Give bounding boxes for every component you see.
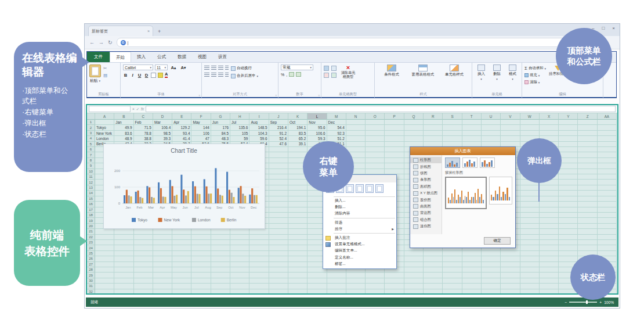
cell[interactable] xyxy=(269,229,288,234)
chart-type-item-4[interactable]: 条形图 xyxy=(410,177,442,183)
dialog-launcher-icon[interactable]: ▿ xyxy=(275,94,277,97)
cell[interactable] xyxy=(191,284,211,289)
cell[interactable] xyxy=(482,125,501,130)
cell[interactable] xyxy=(269,245,288,250)
cell[interactable]: 95.6 xyxy=(307,125,327,130)
cell[interactable] xyxy=(269,207,288,213)
cell[interactable] xyxy=(269,224,288,229)
cell[interactable] xyxy=(191,256,211,261)
cell[interactable] xyxy=(288,240,307,245)
cell[interactable] xyxy=(95,229,114,234)
format-cells-button[interactable]: 格式 ▾ xyxy=(506,64,519,81)
cell[interactable] xyxy=(153,251,172,256)
cell[interactable] xyxy=(172,267,191,273)
cell[interactable]: 92.3 xyxy=(327,131,346,136)
cell[interactable]: 78.8 xyxy=(134,131,153,136)
cell[interactable] xyxy=(559,185,578,191)
cell[interactable] xyxy=(404,256,424,261)
cell[interactable] xyxy=(191,251,211,256)
cell[interactable] xyxy=(443,278,462,284)
cell[interactable] xyxy=(443,267,462,273)
cell[interactable]: 48.3 xyxy=(211,136,230,141)
font-color-icon[interactable]: A xyxy=(165,72,168,78)
column-header-S[interactable]: S xyxy=(443,113,462,120)
chart-type-item-6[interactable]: X Y 散点图 xyxy=(410,190,442,196)
cell[interactable]: 106.6 xyxy=(307,131,327,136)
cell[interactable] xyxy=(230,256,249,261)
cell[interactable] xyxy=(424,131,443,136)
column-header-G[interactable]: G xyxy=(211,113,230,120)
column-header-P[interactable]: P xyxy=(385,113,404,120)
row-header-17[interactable]: 17 xyxy=(87,207,95,213)
cell[interactable] xyxy=(578,202,597,207)
cell[interactable] xyxy=(443,256,462,261)
cell[interactable] xyxy=(114,284,133,289)
cell[interactable] xyxy=(443,136,462,141)
cell[interactable] xyxy=(366,163,385,169)
cell[interactable] xyxy=(230,245,249,250)
column-header-B[interactable]: B xyxy=(114,113,133,120)
cell[interactable] xyxy=(424,136,443,141)
context-menu-item[interactable]: 排序▶ xyxy=(323,226,396,232)
cell[interactable] xyxy=(578,147,597,152)
cell[interactable] xyxy=(346,284,366,289)
cell[interactable] xyxy=(134,229,153,234)
row-header-20[interactable]: 20 xyxy=(87,224,95,229)
context-menu-item[interactable]: 编辑富文本... xyxy=(323,248,396,254)
cell[interactable]: Jul xyxy=(230,120,249,125)
cell[interactable]: Apr xyxy=(172,120,191,125)
cell[interactable] xyxy=(559,196,578,202)
cell[interactable] xyxy=(172,262,191,267)
cell[interactable] xyxy=(95,284,114,289)
cell[interactable] xyxy=(366,120,385,125)
row-header-23[interactable]: 23 xyxy=(87,240,95,245)
cell[interactable] xyxy=(249,235,269,240)
cell[interactable] xyxy=(307,284,327,289)
cell[interactable] xyxy=(346,289,366,295)
cell[interactable] xyxy=(172,245,191,250)
cell[interactable] xyxy=(114,235,133,240)
cell[interactable] xyxy=(366,125,385,130)
cell[interactable]: 59.3 xyxy=(307,136,327,141)
cell[interactable] xyxy=(269,213,288,218)
cell[interactable] xyxy=(230,289,249,295)
context-menu-item[interactable]: 标签... xyxy=(323,261,396,267)
row-header-8[interactable]: 8 xyxy=(87,158,95,163)
cell[interactable] xyxy=(540,278,559,284)
cell[interactable] xyxy=(269,267,288,273)
cell[interactable] xyxy=(578,125,597,130)
cell[interactable] xyxy=(249,289,269,295)
cell[interactable] xyxy=(288,273,307,278)
cell[interactable] xyxy=(153,229,172,234)
row-header-14[interactable]: 14 xyxy=(87,191,95,196)
grid-corner[interactable] xyxy=(87,113,95,120)
cell[interactable] xyxy=(540,131,559,136)
cell[interactable] xyxy=(559,131,578,136)
cell[interactable] xyxy=(520,245,540,250)
cell[interactable] xyxy=(598,229,617,234)
cell[interactable] xyxy=(114,229,133,234)
context-menu-item[interactable]: 筛选 xyxy=(323,220,396,226)
column-header-C[interactable]: C xyxy=(134,113,153,120)
cell[interactable] xyxy=(578,235,597,240)
cell[interactable] xyxy=(230,235,249,240)
row-header-4[interactable]: 4 xyxy=(87,136,95,141)
cell[interactable] xyxy=(346,125,366,130)
cell[interactable] xyxy=(134,278,153,284)
cell[interactable] xyxy=(95,256,114,261)
cell[interactable]: 176 xyxy=(211,125,230,130)
comma-style-icon[interactable]: , xyxy=(286,73,287,77)
cell[interactable] xyxy=(249,245,269,250)
ribbon-tab-2[interactable]: 插入 xyxy=(131,52,151,62)
cell[interactable] xyxy=(230,262,249,267)
cell[interactable] xyxy=(501,284,520,289)
cell[interactable] xyxy=(230,240,249,245)
cell[interactable] xyxy=(153,284,172,289)
cell[interactable] xyxy=(598,174,617,180)
cell[interactable]: Tokyo xyxy=(95,125,114,130)
cell[interactable] xyxy=(134,284,153,289)
cell[interactable]: Mar xyxy=(153,120,172,125)
cell[interactable] xyxy=(366,136,385,141)
row-header-15[interactable]: 15 xyxy=(87,196,95,202)
dialog-launcher-icon[interactable]: ▿ xyxy=(318,94,320,97)
